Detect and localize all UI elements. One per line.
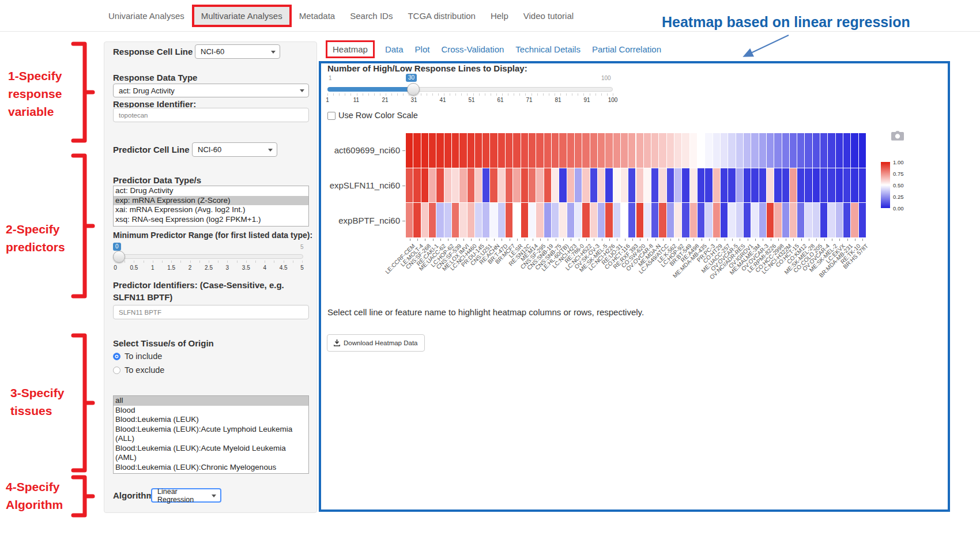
heatmap-cell[interactable] (605, 133, 612, 168)
heatmap-cell[interactable] (506, 168, 512, 203)
heatmap-cell[interactable] (536, 133, 543, 168)
heatmap-cell[interactable] (797, 133, 804, 168)
heatmap-cell[interactable] (406, 168, 413, 203)
heatmap-cell[interactable] (582, 168, 589, 203)
nav-item-tcga-distribution[interactable]: TCGA distribution (400, 6, 483, 26)
heatmap-cell[interactable] (828, 203, 835, 237)
heatmap-cell[interactable] (429, 168, 436, 203)
heatmap-cell[interactable] (575, 168, 582, 203)
heatmap-cell[interactable] (774, 168, 781, 203)
heatmap-cell[interactable] (744, 168, 751, 203)
heatmap-cell[interactable] (613, 133, 620, 168)
predictor-cell-line-set-select[interactable]: NCI-60 (192, 142, 277, 157)
heatmap-cell[interactable] (605, 168, 612, 203)
heatmap-cell[interactable] (813, 203, 820, 237)
heatmap-cell[interactable] (483, 133, 489, 168)
heatmap-cell[interactable] (521, 133, 528, 168)
heatmap-cell[interactable] (513, 133, 520, 168)
heatmap-cell[interactable] (690, 133, 697, 168)
tissue-option-all[interactable]: all (114, 396, 308, 406)
heatmap-cell[interactable] (498, 133, 505, 168)
row-color-scale-checkbox[interactable] (327, 112, 336, 120)
predictor-data-type-option-act-drug-activity[interactable]: act: Drug Activity (114, 186, 308, 196)
heatmap-cell[interactable] (490, 203, 497, 237)
heatmap-cell[interactable] (859, 168, 866, 203)
heatmap-cell[interactable] (698, 168, 704, 203)
heatmap-cell[interactable] (728, 133, 735, 168)
heatmap-cell[interactable] (444, 203, 451, 237)
heatmap-cell[interactable] (728, 203, 735, 237)
download-heatmap-data-button[interactable]: Download Heatmap Data (327, 334, 425, 352)
tissue-option-blood-leukemia-leuk-acute-myeloid-leukem[interactable]: Blood:Leukemia (LEUK):Acute Myeloid Leuk… (114, 444, 308, 463)
tab-heatmap[interactable]: Heatmap (326, 40, 375, 58)
heatmap-cell[interactable] (820, 203, 827, 237)
heatmap-cell[interactable] (544, 168, 551, 203)
heatmap-cell[interactable] (674, 133, 681, 168)
nav-item-univariate-analyses[interactable]: Univariate Analyses (101, 6, 192, 26)
heatmap-cell[interactable] (590, 168, 597, 203)
heatmap-cell[interactable] (605, 203, 612, 237)
heatmap-cell[interactable] (552, 168, 559, 203)
heatmap-cell[interactable] (728, 168, 735, 203)
heatmap-cell[interactable] (521, 168, 528, 203)
response-data-type-select[interactable]: act: Drug Activity (113, 84, 309, 97)
heatmap-cell[interactable] (483, 203, 489, 237)
predictor-identifiers-input[interactable] (113, 305, 309, 319)
heatmap-cell[interactable] (682, 168, 689, 203)
heatmap-cell[interactable] (797, 168, 804, 203)
heatmap-cell[interactable] (475, 168, 482, 203)
heatmap-cell[interactable] (598, 203, 605, 237)
heatmap-cell[interactable] (567, 203, 574, 237)
heatmap-cell[interactable] (529, 203, 536, 237)
tissue-include-radio[interactable]: To include (113, 352, 162, 361)
heatmap-cell[interactable] (429, 203, 436, 237)
heatmap-cell[interactable] (513, 203, 520, 237)
heatmap-cell[interactable] (782, 168, 789, 203)
heatmap-cell[interactable] (859, 133, 866, 168)
heatmap-cell[interactable] (805, 203, 812, 237)
heatmap-cell[interactable] (621, 168, 628, 203)
heatmap-cell[interactable] (490, 133, 497, 168)
heatmap-cell[interactable] (436, 203, 443, 237)
heatmap-cell[interactable] (559, 168, 566, 203)
heatmap-cell[interactable] (536, 203, 543, 237)
heatmap-cell[interactable] (459, 203, 466, 237)
heatmap-cell[interactable] (713, 133, 720, 168)
heatmap-cell[interactable] (567, 133, 574, 168)
heatmap-cell[interactable] (774, 133, 781, 168)
heatmap-cell[interactable] (767, 168, 774, 203)
heatmap-cell[interactable] (790, 133, 797, 168)
heatmap-cell[interactable] (575, 203, 582, 237)
heatmap-cell[interactable] (475, 133, 482, 168)
heatmap-cell[interactable] (406, 133, 413, 168)
heatmap-cell[interactable] (736, 168, 743, 203)
heatmap-cell[interactable] (552, 203, 559, 237)
heatmap-cell[interactable] (667, 133, 674, 168)
nav-item-multivariate-analyses[interactable]: Multivariate Analyses (192, 5, 292, 27)
heatmap-cell[interactable] (713, 203, 720, 237)
heatmap-cell[interactable] (436, 133, 443, 168)
heatmap-cell[interactable] (644, 133, 651, 168)
heatmap-cell[interactable] (475, 203, 482, 237)
predictor-data-type-option-xsq-rna-seq-expression-log2-fpkm-1[interactable]: xsq: RNA-seq Expression (log2 FPKM+1.) (114, 215, 308, 225)
heatmap-cell[interactable] (836, 133, 843, 168)
heatmap-cell[interactable] (744, 203, 751, 237)
heatmap-cell[interactable] (498, 203, 505, 237)
heatmap-cell[interactable] (490, 168, 497, 203)
heatmap-cell[interactable] (628, 133, 635, 168)
heatmap-cell[interactable] (705, 133, 712, 168)
heatmap-cell[interactable] (813, 133, 820, 168)
heatmap-cell[interactable] (567, 168, 574, 203)
heatmap-cell[interactable] (559, 203, 566, 237)
heatmap-cell[interactable] (413, 168, 420, 203)
tissue-option-blood-leukemia-leuk-acute-lymphoid-leuke[interactable]: Blood:Leukemia (LEUK):Acute Lymphoid Leu… (114, 425, 308, 444)
heatmap-cell[interactable] (843, 168, 850, 203)
tissue-option-blood[interactable]: Blood (114, 406, 308, 416)
heatmap-cell[interactable] (682, 203, 689, 237)
heatmap-cell[interactable] (805, 168, 812, 203)
heatmap-cell[interactable] (544, 203, 551, 237)
heatmap-cell[interactable] (468, 203, 474, 237)
heatmap-cell[interactable] (421, 168, 428, 203)
heatmap-cell[interactable] (644, 203, 651, 237)
heatmap-cell[interactable] (674, 203, 681, 237)
